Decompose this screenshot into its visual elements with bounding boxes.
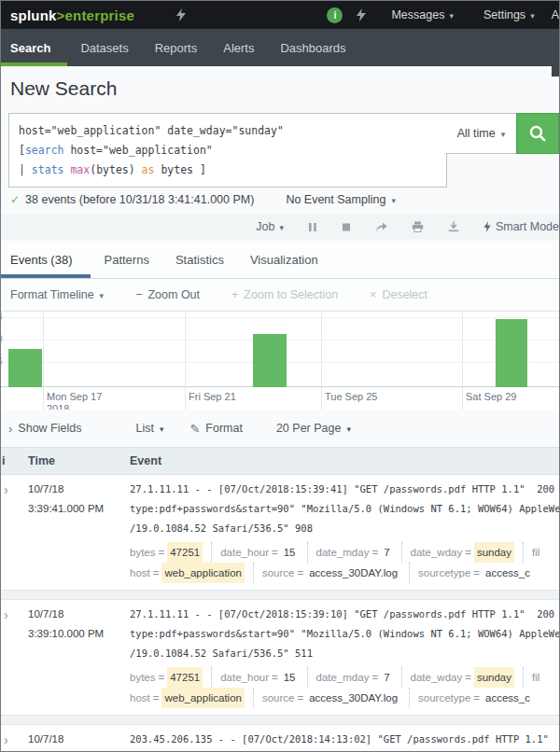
search-mode-selector[interactable]: Smart Mode <box>483 220 559 233</box>
info-icon[interactable]: i <box>327 7 343 23</box>
search-button[interactable] <box>516 113 559 154</box>
bolt-icon[interactable] <box>175 8 187 21</box>
search-icon <box>528 124 547 143</box>
field-label: fil <box>532 667 539 688</box>
job-menu[interactable]: Job ▾ <box>256 220 284 233</box>
field-value[interactable]: 15 <box>281 667 299 688</box>
field-value[interactable]: access_c <box>483 688 533 708</box>
field-value[interactable]: 47251 <box>167 667 203 688</box>
format-timeline-menu[interactable]: Format Timeline ▾ <box>10 288 104 301</box>
nav-item-dashboards[interactable]: Dashboards <box>267 29 358 66</box>
minus-icon: − <box>135 288 142 301</box>
event-cell: 27.1.11.11 - - [07/Oct/2018:15:39:41] "G… <box>130 480 559 583</box>
list-view-menu[interactable]: List ▾ <box>135 422 163 435</box>
tab-visualization[interactable]: Visualization <box>237 242 331 278</box>
events-rows: ›10/7/183:39:41.000 PM27.1.11.11 - - [07… <box>1 475 559 752</box>
activity-menu[interactable]: A <box>550 8 559 21</box>
show-fields-toggle[interactable]: › Show Fields <box>8 422 81 436</box>
field-value[interactable]: web_application <box>161 688 244 708</box>
format-results-menu[interactable]: ✎ Format <box>189 422 243 436</box>
tab-patterns[interactable]: Patterns <box>91 242 161 278</box>
nav-item-alerts[interactable]: Alerts <box>210 29 267 66</box>
gridline <box>43 312 44 410</box>
settings-menu[interactable]: Settings ▾ <box>469 8 550 21</box>
bolt-icon[interactable] <box>356 8 367 21</box>
event-fields: bytes=47251date_hour=15date_mday=7date_w… <box>130 542 559 583</box>
row-separator <box>1 715 559 725</box>
tab-events-38-[interactable]: Events (38) <box>1 242 91 278</box>
timeline-bar[interactable] <box>8 349 42 387</box>
field-label: date_hour <box>220 667 269 688</box>
y-axis-tick-fragment: 0 <box>1 334 3 344</box>
field-equals: = <box>272 542 278 563</box>
results-tabs: Events (38)PatternsStatisticsVisualizati… <box>1 242 559 279</box>
field-equals: = <box>465 667 471 688</box>
field-equals: = <box>473 563 480 583</box>
field-label: fil <box>532 542 539 563</box>
per-page-menu[interactable]: 20 Per Page ▾ <box>276 422 351 435</box>
field-value[interactable]: 47251 <box>167 542 203 563</box>
scrollbar-thumb[interactable] <box>552 66 559 77</box>
event-field-bytes: bytes=47251 <box>130 667 203 688</box>
gridline <box>462 312 463 410</box>
splunk-search-page: splunk>enterprise i Messages ▾ Settings … <box>0 0 560 752</box>
timeline-bar[interactable] <box>253 334 287 387</box>
event-expand-cell: › <box>1 730 23 752</box>
nav-item-reports[interactable]: Reports <box>142 29 211 66</box>
close-icon: × <box>370 288 376 301</box>
field-equals: = <box>371 542 378 563</box>
nav-item-search[interactable]: Search <box>1 29 67 66</box>
event-sampling-menu[interactable]: No Event Sampling ▾ <box>286 193 396 206</box>
field-label: date_wday <box>411 542 463 563</box>
x-axis-label-line: Mon Sep 17 <box>47 391 102 403</box>
plus-icon: + <box>231 288 238 301</box>
event-field-host: host=web_application <box>130 563 245 583</box>
field-value[interactable]: 7 <box>381 542 392 563</box>
field-value[interactable]: 15 <box>281 542 299 563</box>
caret-down-icon: ▾ <box>449 12 454 21</box>
event-field-fil: fil <box>523 667 539 688</box>
field-value[interactable]: access_30DAY.log <box>306 563 400 583</box>
field-equals: = <box>153 688 160 708</box>
share-button[interactable] <box>375 221 387 232</box>
gridline <box>321 312 322 410</box>
print-button[interactable] <box>412 221 424 232</box>
field-label: date_hour <box>220 542 269 563</box>
stop-button[interactable] <box>342 222 351 232</box>
event-field-source: source=access_30DAY.log <box>253 688 400 708</box>
tab-statistics[interactable]: Statistics <box>162 242 237 278</box>
field-value[interactable]: sunday <box>474 667 514 688</box>
pause-button[interactable] <box>308 222 317 232</box>
expand-event-icon[interactable]: › <box>4 482 8 497</box>
event-raw-text: type:pdf+passwords&start=90" "Mozilla/5.… <box>130 624 559 644</box>
event-raw-text: 27.1.11.11 - - [07/Oct/2018:15:39:10] "G… <box>130 605 559 624</box>
messages-menu[interactable]: Messages ▾ <box>376 8 469 21</box>
splunk-logo[interactable]: splunk>enterprise <box>10 7 134 23</box>
field-value[interactable]: access_30DAY.log <box>306 688 400 708</box>
export-download-button[interactable] <box>448 221 459 232</box>
event-expand-cell: › <box>1 605 23 708</box>
caret-down-icon: ▾ <box>501 131 506 139</box>
field-value[interactable]: sunday <box>474 542 514 563</box>
expand-event-icon[interactable]: › <box>4 607 8 622</box>
bolt-icon <box>483 221 491 232</box>
expand-event-icon[interactable]: › <box>4 732 8 747</box>
field-value[interactable]: access_c <box>483 563 533 583</box>
event-field-date_hour: date_hour=15 <box>211 667 298 688</box>
event-field-date_mday: date_mday=7 <box>307 667 393 688</box>
event-date: 10/7/18 <box>28 730 130 749</box>
nav-item-datasets[interactable]: Datasets <box>67 29 141 66</box>
zoom-out-button[interactable]: − Zoom Out <box>135 288 200 301</box>
time-range-picker[interactable]: All time ▾ <box>446 113 517 154</box>
event-cell: 203.45.206.135 - - [07/Oct/2018:14:13:02… <box>130 730 559 752</box>
field-equals: = <box>371 667 378 688</box>
field-value[interactable]: web_application <box>161 563 244 583</box>
field-value[interactable]: 7 <box>381 667 392 688</box>
field-label: date_mday <box>316 542 370 563</box>
timeline-bar[interactable] <box>496 319 527 387</box>
column-header-info: i <box>1 454 23 467</box>
event-time: 10/7/182:13:02.000 PM <box>23 730 130 752</box>
search-query-input[interactable]: host="web_application" date_wday="sunday… <box>8 113 447 188</box>
field-equals: = <box>473 688 480 708</box>
event-field-host: host=web_application <box>130 688 245 708</box>
